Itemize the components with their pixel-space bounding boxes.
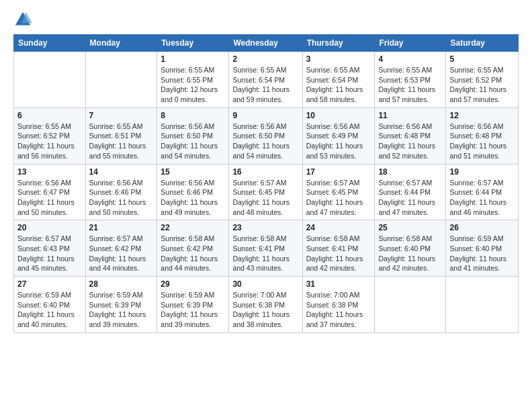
day-number: 24 — [306, 223, 371, 232]
day-number: 22 — [161, 223, 225, 232]
day-number: 19 — [449, 167, 515, 177]
day-number: 9 — [232, 111, 298, 120]
calendar-cell: 1Sunrise: 6:55 AMSunset: 6:55 PMDaylight… — [157, 52, 229, 108]
day-number: 28 — [89, 279, 154, 289]
calendar-cell: 6Sunrise: 6:55 AMSunset: 6:52 PMDaylight… — [14, 107, 86, 164]
calendar-cell: 12Sunrise: 6:56 AMSunset: 6:48 PMDayligh… — [446, 107, 519, 164]
day-number: 29 — [161, 279, 225, 289]
calendar-cell: 17Sunrise: 6:57 AMSunset: 6:45 PMDayligh… — [302, 164, 375, 220]
calendar-cell: 13Sunrise: 6:56 AMSunset: 6:47 PMDayligh… — [14, 164, 86, 220]
day-number: 7 — [89, 111, 154, 120]
header — [13, 10, 519, 29]
day-number: 17 — [306, 167, 371, 177]
calendar-cell: 20Sunrise: 6:57 AMSunset: 6:43 PMDayligh… — [14, 220, 86, 277]
day-info: Sunrise: 6:56 AMSunset: 6:48 PMDaylight:… — [378, 122, 442, 161]
day-number: 16 — [232, 167, 298, 177]
day-number: 3 — [306, 54, 371, 64]
day-info: Sunrise: 6:57 AMSunset: 6:42 PMDaylight:… — [89, 234, 154, 273]
day-info: Sunrise: 6:59 AMSunset: 6:39 PMDaylight:… — [161, 290, 225, 330]
calendar-cell: 21Sunrise: 6:57 AMSunset: 6:42 PMDayligh… — [85, 220, 157, 277]
calendar-cell: 23Sunrise: 6:58 AMSunset: 6:41 PMDayligh… — [229, 220, 302, 277]
calendar-cell: 16Sunrise: 6:57 AMSunset: 6:45 PMDayligh… — [229, 164, 302, 220]
week-row-5: 27Sunrise: 6:59 AMSunset: 6:40 PMDayligh… — [14, 277, 519, 333]
day-info: Sunrise: 6:58 AMSunset: 6:42 PMDaylight:… — [161, 234, 225, 273]
day-number: 2 — [232, 54, 298, 64]
week-row-4: 20Sunrise: 6:57 AMSunset: 6:43 PMDayligh… — [14, 220, 519, 277]
day-info: Sunrise: 6:59 AMSunset: 6:40 PMDaylight:… — [449, 234, 515, 273]
day-number: 1 — [161, 54, 225, 64]
day-info: Sunrise: 6:55 AMSunset: 6:55 PMDaylight:… — [161, 65, 225, 105]
day-info: Sunrise: 6:55 AMSunset: 6:54 PMDaylight:… — [232, 65, 298, 105]
day-number: 6 — [17, 111, 82, 120]
day-number: 31 — [306, 279, 371, 289]
day-number: 18 — [378, 167, 442, 177]
weekday-header-friday: Friday — [375, 35, 446, 52]
calendar-cell: 8Sunrise: 6:56 AMSunset: 6:50 PMDaylight… — [157, 107, 229, 164]
day-info: Sunrise: 6:55 AMSunset: 6:53 PMDaylight:… — [378, 65, 442, 105]
day-info: Sunrise: 6:59 AMSunset: 6:40 PMDaylight:… — [17, 290, 82, 330]
day-info: Sunrise: 6:57 AMSunset: 6:45 PMDaylight:… — [306, 178, 371, 218]
day-number: 21 — [89, 223, 154, 232]
day-info: Sunrise: 6:57 AMSunset: 6:43 PMDaylight:… — [17, 234, 82, 273]
calendar-cell — [14, 52, 86, 108]
day-info: Sunrise: 6:57 AMSunset: 6:44 PMDaylight:… — [449, 178, 515, 218]
calendar-cell: 18Sunrise: 6:57 AMSunset: 6:44 PMDayligh… — [375, 164, 446, 220]
page: SundayMondayTuesdayWednesdayThursdayFrid… — [0, 0, 532, 411]
day-info: Sunrise: 6:55 AMSunset: 6:52 PMDaylight:… — [449, 65, 515, 105]
calendar-table: SundayMondayTuesdayWednesdayThursdayFrid… — [13, 34, 519, 333]
weekday-header-tuesday: Tuesday — [157, 35, 229, 52]
day-number: 23 — [232, 223, 298, 232]
calendar-cell: 27Sunrise: 6:59 AMSunset: 6:40 PMDayligh… — [14, 277, 86, 333]
calendar-cell: 15Sunrise: 6:56 AMSunset: 6:46 PMDayligh… — [157, 164, 229, 220]
weekday-header-row: SundayMondayTuesdayWednesdayThursdayFrid… — [14, 35, 519, 52]
calendar-cell: 31Sunrise: 7:00 AMSunset: 6:38 PMDayligh… — [302, 277, 375, 333]
calendar-cell: 28Sunrise: 6:59 AMSunset: 6:39 PMDayligh… — [85, 277, 157, 333]
calendar-cell: 26Sunrise: 6:59 AMSunset: 6:40 PMDayligh… — [446, 220, 519, 277]
day-info: Sunrise: 6:58 AMSunset: 6:40 PMDaylight:… — [378, 234, 442, 273]
day-info: Sunrise: 6:58 AMSunset: 6:41 PMDaylight:… — [232, 234, 298, 273]
day-number: 8 — [161, 111, 225, 120]
calendar-cell: 10Sunrise: 6:56 AMSunset: 6:49 PMDayligh… — [302, 107, 375, 164]
day-info: Sunrise: 6:56 AMSunset: 6:47 PMDaylight:… — [17, 178, 82, 218]
day-number: 10 — [306, 111, 371, 120]
day-number: 14 — [89, 167, 154, 177]
day-info: Sunrise: 6:58 AMSunset: 6:41 PMDaylight:… — [306, 234, 371, 273]
day-number: 5 — [449, 54, 515, 64]
day-number: 20 — [17, 223, 82, 232]
calendar-cell: 5Sunrise: 6:55 AMSunset: 6:52 PMDaylight… — [446, 52, 519, 108]
day-number: 25 — [378, 223, 442, 232]
day-info: Sunrise: 6:56 AMSunset: 6:46 PMDaylight:… — [89, 178, 154, 218]
calendar-cell — [85, 52, 157, 108]
calendar-cell: 7Sunrise: 6:55 AMSunset: 6:51 PMDaylight… — [85, 107, 157, 164]
day-number: 15 — [161, 167, 225, 177]
day-number: 26 — [449, 223, 515, 232]
calendar-cell — [375, 277, 446, 333]
calendar-cell: 14Sunrise: 6:56 AMSunset: 6:46 PMDayligh… — [85, 164, 157, 220]
week-row-3: 13Sunrise: 6:56 AMSunset: 6:47 PMDayligh… — [14, 164, 519, 220]
day-number: 11 — [378, 111, 442, 120]
day-info: Sunrise: 6:59 AMSunset: 6:39 PMDaylight:… — [89, 290, 154, 330]
logo — [13, 10, 35, 29]
calendar-cell — [446, 277, 519, 333]
day-info: Sunrise: 7:00 AMSunset: 6:38 PMDaylight:… — [306, 290, 371, 330]
day-info: Sunrise: 6:56 AMSunset: 6:50 PMDaylight:… — [161, 122, 225, 161]
weekday-header-wednesday: Wednesday — [229, 35, 302, 52]
day-number: 27 — [17, 279, 82, 289]
weekday-header-sunday: Sunday — [14, 35, 86, 52]
week-row-2: 6Sunrise: 6:55 AMSunset: 6:52 PMDaylight… — [14, 107, 519, 164]
day-number: 12 — [449, 111, 515, 120]
logo-icon — [13, 10, 32, 29]
day-info: Sunrise: 6:57 AMSunset: 6:45 PMDaylight:… — [232, 178, 298, 218]
day-number: 13 — [17, 167, 82, 177]
calendar-cell: 9Sunrise: 6:56 AMSunset: 6:50 PMDaylight… — [229, 107, 302, 164]
calendar-cell: 2Sunrise: 6:55 AMSunset: 6:54 PMDaylight… — [229, 52, 302, 108]
calendar-cell: 30Sunrise: 7:00 AMSunset: 6:38 PMDayligh… — [229, 277, 302, 333]
day-info: Sunrise: 6:55 AMSunset: 6:52 PMDaylight:… — [17, 122, 82, 161]
day-number: 30 — [232, 279, 298, 289]
day-info: Sunrise: 6:56 AMSunset: 6:46 PMDaylight:… — [161, 178, 225, 218]
calendar-cell: 22Sunrise: 6:58 AMSunset: 6:42 PMDayligh… — [157, 220, 229, 277]
day-info: Sunrise: 6:55 AMSunset: 6:51 PMDaylight:… — [89, 122, 154, 161]
day-info: Sunrise: 6:57 AMSunset: 6:44 PMDaylight:… — [378, 178, 442, 218]
calendar-cell: 19Sunrise: 6:57 AMSunset: 6:44 PMDayligh… — [446, 164, 519, 220]
calendar-cell: 4Sunrise: 6:55 AMSunset: 6:53 PMDaylight… — [375, 52, 446, 108]
